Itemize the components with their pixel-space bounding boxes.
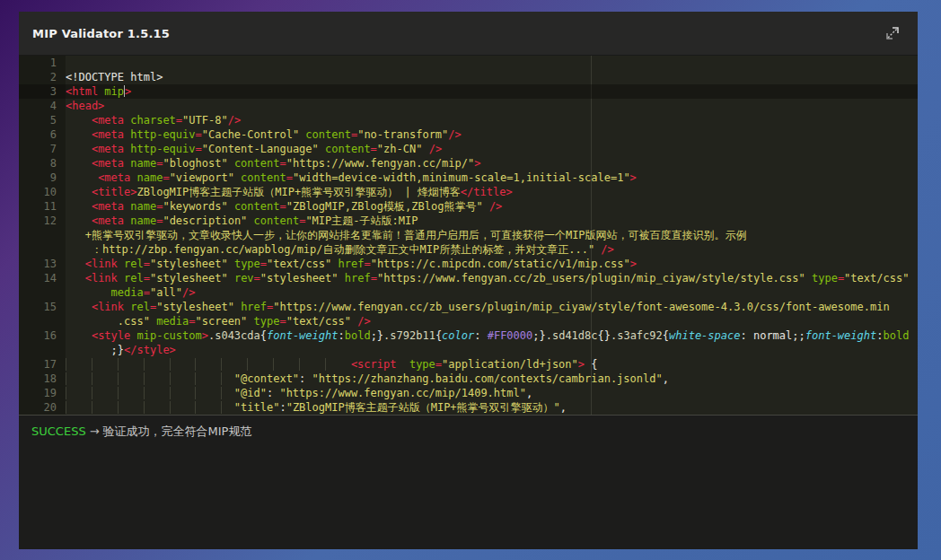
- code-row: 12 <meta name="description" content="MIP…: [19, 214, 918, 228]
- code-token: [66, 286, 111, 299]
- line-number: 3: [19, 84, 66, 99]
- code-line-text: <meta name="bloghost" content="https://w…: [66, 156, 918, 171]
- expand-button[interactable]: [881, 22, 904, 45]
- code-token: ZBlogMIP博客主题子站版（MIP+熊掌号双引擎驱动） | 烽烟博客: [136, 186, 460, 198]
- code-token: [66, 171, 98, 184]
- line-number: [19, 285, 66, 300]
- code-line-text: <meta name="viewport" content="width=dev…: [66, 171, 918, 185]
- line-number: 15: [19, 300, 66, 314]
- code-token: "UTF-8": [182, 114, 228, 127]
- code-token: "https://www.fengyan.cc/zb_users/plugin/…: [273, 301, 889, 313]
- code-token: [805, 272, 812, 284]
- code-token: >: [125, 85, 131, 98]
- code-line-text: media="all"/>: [66, 285, 918, 300]
- code-token: <title>: [92, 186, 137, 198]
- code-token: =: [279, 200, 286, 213]
- code-row: 1: [19, 56, 918, 70]
- code-row: 2<!DOCTYPE html>: [19, 70, 918, 84]
- code-token: "no-transform": [357, 128, 448, 141]
- code-row: 9 <meta name="viewport" content="width=d…: [19, 171, 918, 185]
- code-token: media: [156, 315, 189, 328]
- code-token: "stylesheet": [150, 272, 228, 284]
- code-token: <meta: [92, 157, 130, 170]
- code-token: "application/ld+json": [442, 358, 578, 371]
- app-window: MIP Validator 1.5.15 12<!DOCTYPE html>3<…: [19, 12, 918, 549]
- code-token: [66, 229, 85, 241]
- code-token: "keywords": [163, 200, 227, 213]
- code-token: charset: [130, 114, 176, 127]
- code-token: />: [228, 114, 241, 127]
- code-token: [66, 301, 92, 313]
- code-token: :: [474, 329, 487, 342]
- code-token: rel: [124, 272, 144, 284]
- code-token: ：http://zbp.fengyan.cc/wapblog/mip/自动删除文…: [92, 243, 594, 256]
- code-row: 6 <meta http-equiv="Cache-Control" conte…: [19, 127, 918, 142]
- line-number: 14: [19, 271, 66, 285]
- code-token: =: [196, 128, 202, 141]
- code-token: type: [254, 315, 280, 328]
- code-token: "screen": [196, 315, 248, 328]
- code-row: 3<html mip>: [19, 84, 918, 99]
- code-token: <style: [92, 329, 137, 342]
- line-number: 1: [19, 56, 66, 70]
- code-token: [339, 272, 345, 284]
- code-token: [66, 272, 85, 284]
- code-line-text: <meta name="keywords" content="ZBlogMIP,…: [66, 199, 918, 214]
- app-title: MIP Validator 1.5.15: [32, 27, 170, 40]
- expand-resize-icon: [883, 23, 902, 43]
- line-number: 5: [19, 113, 66, 127]
- code-token: content: [325, 143, 371, 155]
- code-token: />: [357, 315, 370, 328]
- code-line-text: <!DOCTYPE html>: [66, 70, 918, 84]
- status-message: 验证成功，完全符合MIP规范: [103, 424, 252, 438]
- line-number: [19, 242, 66, 257]
- code-line-text: <meta http-equiv="Content-Language" cont…: [66, 142, 918, 156]
- code-token: rel: [130, 301, 150, 313]
- code-line-text: <head>: [66, 99, 918, 113]
- code-token: content: [305, 128, 351, 141]
- code-token: "text/css": [844, 272, 909, 284]
- code-token: #FF0000: [488, 329, 533, 342]
- code-token: :: [338, 329, 344, 342]
- code-token: [66, 214, 92, 227]
- code-token: =: [371, 272, 377, 284]
- code-row: 16 <style mip-custom>.s043cda{font-weigh…: [19, 328, 918, 343]
- code-token: <!DOCTYPE html>: [66, 71, 163, 83]
- code-editor[interactable]: 12<!DOCTYPE html>3<html mip>4<head>5 <me…: [19, 56, 918, 415]
- code-token: =: [144, 272, 150, 284]
- code-token: "@id": [234, 387, 267, 399]
- code-token: rel: [124, 258, 144, 270]
- code-token: white-space: [669, 329, 740, 342]
- code-token: rev: [234, 272, 254, 284]
- code-token: =: [254, 272, 260, 284]
- code-token: name: [130, 214, 156, 227]
- code-line-text: <meta http-equiv="Cache-Control" content…: [66, 127, 918, 142]
- code-token: [247, 214, 253, 227]
- code-token: {: [663, 329, 669, 342]
- code-token: http-equiv: [130, 128, 195, 141]
- code-token: [483, 200, 489, 213]
- status-success-label: SUCCESS: [31, 424, 86, 438]
- code-line-text: <link rel="stylesheet" rev="stylesheet" …: [66, 271, 918, 285]
- code-token: "https://zhanzhang.baidu.com/contexts/ca…: [312, 372, 663, 385]
- code-token: .s3afc92: [611, 329, 663, 342]
- code-line-text: ;}</style>: [66, 343, 918, 357]
- code-token: type: [234, 258, 260, 270]
- code-row: 13 <link rel="stylesheet" type="text/css…: [19, 257, 918, 271]
- code-row: 20 "title":"ZBlogMIP博客主题子站版（MIP+熊掌号双引擎驱动…: [19, 400, 918, 415]
- code-token: type: [409, 358, 435, 371]
- code-token: {: [585, 358, 597, 371]
- code-token: [66, 200, 92, 213]
- code-line-text: "title":"ZBlogMIP博客主题子站版（MIP+熊掌号双引擎驱动）",: [66, 400, 918, 415]
- code-token: "https://www.fengyan.cc/zb_users/plugin/…: [377, 272, 805, 284]
- code-row: 18 "@context": "https://zhanzhang.baidu.…: [19, 372, 918, 386]
- code-token: [66, 258, 85, 270]
- code-token: =: [279, 315, 286, 328]
- line-number: 18: [19, 372, 66, 386]
- code-line-text: "@context": "https://zhanzhang.baidu.com…: [66, 372, 918, 386]
- code-line-text: <script type="application/ld+json"> {: [66, 357, 918, 372]
- code-token: [66, 128, 92, 141]
- code-token: "ZBlogMIP,ZBlog模板,ZBlog熊掌号": [286, 200, 483, 213]
- line-number: [19, 314, 66, 328]
- code-token: {: [260, 329, 267, 342]
